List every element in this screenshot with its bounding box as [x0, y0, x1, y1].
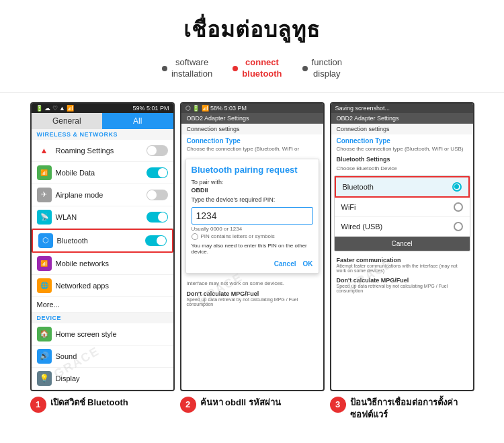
screen3-mpg: Don't calculate MPG/Fuel Speed up data r…: [331, 276, 473, 296]
step-1-label: software installation: [171, 57, 212, 80]
airplane-label: Airplane mode: [56, 191, 142, 199]
mobilenet-icon: 📶: [37, 256, 52, 271]
connection-type-label: Connection Type: [187, 137, 318, 145]
pin-checkbox[interactable]: [192, 233, 198, 240]
label-text-2: ค้นหา obdll รหัสผ่าน: [200, 397, 281, 409]
bt-wifi-label: WiFi: [341, 203, 356, 211]
screen3-appname: OBD2 Adapter Settings: [337, 115, 468, 122]
pairing-title: Bluetooth pairing request: [192, 165, 313, 175]
screen3-saving: Saving screenshot...: [335, 105, 390, 112]
home-icon: 🏠: [37, 327, 52, 341]
bt-bluetooth-radio[interactable]: [452, 182, 462, 192]
connection-sub: Choose the connection type (Bluetooth, W…: [187, 146, 318, 152]
screen1-tabs: General All: [32, 113, 173, 129]
label-item-2: 2 ค้นหา obdll รหัสผ่าน: [180, 397, 325, 413]
mobilenet-label: Mobile networks: [56, 259, 168, 268]
tab-all[interactable]: All: [102, 113, 173, 129]
bluetooth-label: Bluetooth: [57, 237, 141, 245]
screen2-appheader: OBD2 Adapter Settings: [181, 113, 323, 124]
label-text-3: ป้อนวิธีการเชื่อมต่อการตั้งค่าซอฟต์แวร์: [350, 397, 474, 421]
roaming-toggle[interactable]: [146, 145, 168, 156]
step-2-label: connect bluetooth: [242, 57, 282, 80]
screen3-subheader: Connection settings: [331, 124, 473, 134]
setting-mobile-data: 📶 Mobile Data: [32, 162, 173, 184]
screen3-cancel-btn[interactable]: Cancel: [335, 237, 470, 251]
screen2-icons: ⬡ 🔋 📶 58% 5:03 PM: [185, 105, 247, 112]
pin-hint: Usually 0000 or 1234: [192, 226, 313, 232]
screen2-note: Interface may not work on some devices.: [181, 278, 323, 289]
netapps-label: Networked apps: [56, 282, 168, 290]
screen3-conntype-label: Connection Type: [337, 137, 468, 145]
setting-networked-apps: 🌐 Networked apps: [32, 275, 173, 297]
section-wireless: WIRELESS & NETWORKS: [32, 129, 173, 140]
step-1-item: software installation: [162, 57, 212, 80]
bluetooth-icon: ⬡: [38, 233, 53, 248]
label-text-1: เปิดสวิตช์ Bluetooth: [50, 397, 128, 409]
screen3-conntype: Connection Type Choose the connection ty…: [331, 134, 473, 155]
screen3-faster: Faster communication Attempt faster comm…: [331, 254, 473, 276]
sound-label: Sound: [56, 352, 168, 360]
screen3-connsub: Choose the connection type (Bluetooth, W…: [337, 146, 468, 152]
step-2-item: connect bluetooth: [233, 57, 282, 80]
setting-display: 💡 Display: [32, 368, 173, 390]
display-label: Display: [56, 374, 168, 382]
home-label: Home screen style: [56, 330, 168, 338]
steps-navigation: software installation connect bluetooth …: [7, 54, 497, 85]
wlan-toggle[interactable]: [146, 212, 168, 223]
cancel-button[interactable]: Cancel: [274, 260, 296, 268]
setting-airplane: ✈ Airplane mode: [32, 184, 173, 206]
step-3-item: function display: [302, 57, 343, 80]
bt-wifi-radio[interactable]: [454, 202, 463, 212]
ok-button[interactable]: OK: [303, 260, 313, 268]
screen-1: 🔋 ☁ ♡ ▲ 📶 59% 5:01 PM General All WIRELE…: [30, 102, 175, 391]
netapps-icon: 🌐: [37, 278, 52, 293]
roaming-label: Roaming Settings: [56, 147, 142, 155]
sound-icon: 🔊: [37, 349, 52, 364]
bt-wired-radio[interactable]: [454, 222, 463, 231]
screen3-statusbar: Saving screenshot...: [331, 104, 473, 113]
pair-text2: OBDII: [192, 187, 313, 194]
step-circle-2: 2: [180, 397, 196, 413]
pin-contains-label: PIN contains letters or symbols: [201, 233, 275, 239]
mobiledata-toggle[interactable]: [146, 167, 168, 178]
screen3-btsettings: Bluetooth Settings: [331, 155, 473, 164]
roaming-icon: ▲: [37, 143, 52, 158]
labels-row: 1 เปิดสวิตช์ Bluetooth 2 ค้นหา obdll รหั…: [0, 397, 504, 428]
setting-roaming: ▲ Roaming Settings: [32, 140, 173, 162]
tab-general[interactable]: General: [32, 113, 103, 129]
screen1-time: 59% 5:01 PM: [132, 105, 169, 112]
pin-input[interactable]: 1234: [192, 207, 313, 225]
step-1-dot: [162, 66, 167, 71]
screen2-mpg: Don't calculate MPG/Fuel Speed up data r…: [181, 289, 323, 309]
step-circle-1: 1: [30, 397, 46, 413]
bt-option-wired[interactable]: Wired (USB): [335, 217, 470, 237]
step-3-label: function display: [312, 57, 343, 80]
pairing-dialog: Bluetooth pairing request To pair with: …: [185, 159, 319, 274]
setting-more[interactable]: More...: [32, 297, 173, 313]
more-label: More...: [37, 300, 168, 309]
screenshots-row: 🔋 ☁ ♡ ▲ 📶 59% 5:01 PM General All WIRELE…: [0, 93, 504, 397]
screen3-appheader: OBD2 Adapter Settings: [331, 113, 473, 124]
page-title: เชื่อมต่อบลูทูธ: [7, 12, 497, 46]
setting-mobile-networks: 📶 Mobile networks: [32, 253, 173, 275]
screen-2: ⬡ 🔋 📶 58% 5:03 PM OBD2 Adapter Settings …: [180, 102, 325, 391]
header: เชื่อมต่อบลูทูธ software installation co…: [0, 0, 504, 93]
bt-option-wifi[interactable]: WiFi: [335, 198, 470, 217]
connection-type-section: Connection Type Choose the connection ty…: [181, 134, 323, 155]
section-device: DEVICE: [32, 313, 173, 323]
screen3-chooselabel: Choose Bluetooth Device: [331, 164, 473, 173]
dialog-buttons: Cancel OK: [192, 260, 313, 268]
screen2-statusbar: ⬡ 🔋 📶 58% 5:03 PM: [181, 104, 323, 113]
setting-wlan: 📡 WLAN: [32, 206, 173, 229]
pair-text1: To pair with:: [192, 179, 313, 186]
pair-text3: Type the device's required PIN:: [192, 196, 313, 203]
screen-3: Saving screenshot... OBD2 Adapter Settin…: [330, 102, 474, 391]
pin-note: You may also need to enter this PIN on t…: [192, 243, 313, 255]
display-icon: 💡: [37, 371, 52, 386]
screen2-appname: OBD2 Adapter Settings: [187, 115, 318, 122]
airplane-toggle[interactable]: [146, 190, 168, 200]
setting-sound: 🔊 Sound: [32, 346, 173, 368]
bluetooth-toggle[interactable]: [145, 235, 167, 246]
screen2-subheader: Connection settings: [181, 124, 323, 134]
bt-option-bluetooth[interactable]: Bluetooth: [335, 176, 470, 198]
